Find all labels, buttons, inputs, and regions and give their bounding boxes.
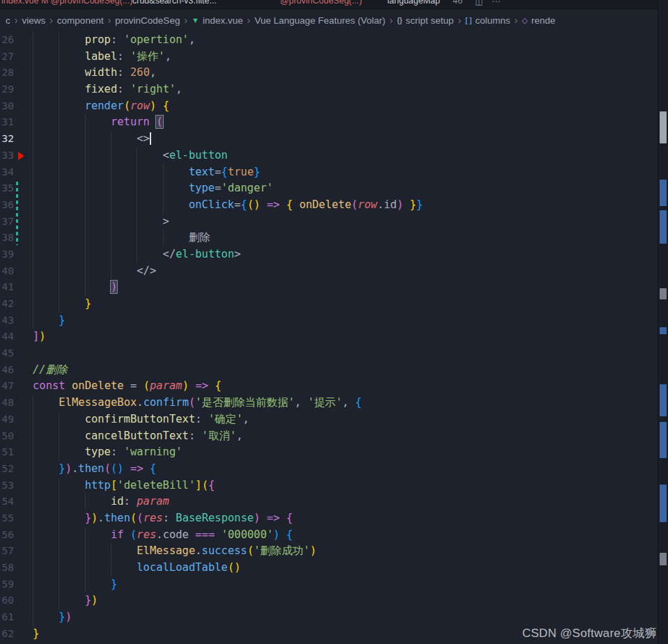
code-line[interactable]: 50cancelButtonText: '取消', — [0, 428, 658, 445]
code-line[interactable]: 37> — [0, 214, 658, 230]
line-number[interactable]: 48 — [0, 395, 14, 411]
line-number[interactable]: 47 — [0, 378, 14, 395]
line-number[interactable]: 52 — [0, 461, 14, 478]
code-line[interactable]: 41) — [0, 279, 658, 296]
code-line[interactable]: 44]) — [0, 329, 658, 345]
line-number[interactable]: 60 — [0, 592, 14, 609]
line-number[interactable]: 27 — [0, 49, 14, 65]
code-line[interactable]: 52}).then(() => { — [0, 461, 658, 478]
line-number[interactable]: 38 — [0, 230, 14, 246]
code-line[interactable]: 38删除 — [0, 230, 658, 246]
code-line[interactable]: 35type='danger' — [0, 180, 658, 197]
breadcrumb-item-c[interactable]: c — [6, 15, 10, 26]
code-line[interactable]: 61}) — [0, 609, 658, 626]
code-line[interactable]: 31return ( — [0, 114, 658, 131]
code-line[interactable]: 59} — [0, 576, 658, 593]
breadcrumb-item-vue-language-features-volar-[interactable]: Vue Language Features (Volar) — [254, 15, 385, 26]
breadcrumb-item-views[interactable]: views — [22, 15, 45, 26]
line-number[interactable]: 62 — [0, 626, 14, 643]
line-number[interactable]: 53 — [0, 478, 14, 494]
line-number[interactable]: 43 — [0, 313, 14, 329]
line-number[interactable]: 33 — [0, 148, 14, 164]
code-token: ) — [117, 462, 123, 475]
tab-label[interactable]: crud&search-v3.filte... — [132, 0, 217, 6]
line-number[interactable]: 35 — [0, 180, 14, 197]
breadcrumb-item-component[interactable]: component — [57, 15, 104, 26]
code-line[interactable]: 49confirmButtonText: '确定', — [0, 411, 658, 428]
line-number[interactable]: 44 — [0, 329, 14, 345]
breadcrumb-item-index-vue[interactable]: ▼index.vue — [192, 15, 243, 26]
gutter-change-indicator[interactable] — [16, 182, 18, 245]
line-number[interactable]: 50 — [0, 428, 14, 445]
line-number[interactable]: 57 — [0, 543, 14, 560]
code-line[interactable]: 56if (res.code === '000000') { — [0, 527, 658, 544]
debug-arrow-icon[interactable] — [18, 152, 24, 160]
line-number[interactable]: 30 — [0, 98, 14, 115]
tab-label[interactable]: 46 — [453, 0, 463, 6]
tab-label[interactable]: ◫ — [475, 0, 483, 6]
code-line[interactable]: 30render(row) { — [0, 98, 658, 115]
code-editor[interactable]: 26prop: 'opertion',27label: '操作',28width… — [0, 32, 658, 644]
code-line[interactable]: 58localLoadTable() — [0, 560, 658, 576]
line-number[interactable]: 37 — [0, 214, 14, 230]
breadcrumb-item-script-setup[interactable]: {}script setup — [397, 15, 453, 26]
line-number[interactable]: 41 — [0, 279, 14, 296]
code-line[interactable]: 33<el-button — [0, 148, 658, 164]
line-number[interactable]: 61 — [0, 609, 14, 626]
code-line[interactable]: 43} — [0, 313, 658, 329]
indent-guide — [59, 98, 84, 115]
breadcrumb-item-columns[interactable]: [ ]columns — [465, 15, 510, 26]
tab-label[interactable]: index.vue M @provinCodeSeg(...) — [1, 0, 132, 6]
code-line[interactable]: 46//删除 — [0, 362, 658, 379]
line-number[interactable]: 55 — [0, 510, 14, 527]
line-number[interactable]: 42 — [0, 296, 14, 313]
tab-label[interactable]: @provinCodeSeg(...) — [280, 0, 362, 6]
indent-guide — [85, 527, 111, 544]
code-line[interactable]: 40</> — [0, 263, 658, 280]
code-line[interactable]: 47const onDelete = (param) => { — [0, 378, 658, 395]
code-line[interactable]: 27label: '操作', — [0, 49, 658, 65]
line-number[interactable]: 34 — [0, 164, 14, 181]
line-number[interactable]: 56 — [0, 527, 14, 544]
code-line[interactable]: 54id: param — [0, 494, 658, 510]
breadcrumb-item-provincodeseg[interactable]: provinCodeSeg — [115, 15, 180, 26]
line-number[interactable]: 32 — [0, 131, 14, 148]
line-number[interactable]: 45 — [0, 345, 14, 362]
indent-guide — [111, 230, 137, 246]
line-number[interactable]: 29 — [0, 81, 14, 98]
code-line[interactable]: 39</el-button> — [0, 246, 658, 263]
tab-label[interactable]: ⋯ — [492, 0, 501, 6]
line-number[interactable]: 31 — [0, 114, 14, 131]
indent-guide — [59, 543, 84, 560]
code-line[interactable]: 48ElMessageBox.confirm('是否删除当前数据', '提示',… — [0, 395, 658, 411]
breadcrumb-item-rende[interactable]: ◇rende — [522, 15, 555, 26]
code-line[interactable]: 42} — [0, 296, 658, 313]
code-line[interactable]: 28width: 260, — [0, 65, 658, 81]
code-line[interactable]: 53http['deleteBill']({ — [0, 478, 658, 494]
code-token: true — [228, 166, 254, 178]
line-number[interactable]: 36 — [0, 197, 14, 214]
code-line[interactable]: 32<> — [0, 131, 658, 148]
line-number[interactable]: 59 — [0, 576, 14, 593]
line-number[interactable]: 54 — [0, 494, 14, 510]
code-line[interactable]: 36onClick={() => { onDelete(row.id) }} — [0, 197, 658, 214]
line-number[interactable]: 46 — [0, 362, 14, 379]
minimap-scrollbar[interactable] — [658, 0, 668, 644]
line-number[interactable]: 26 — [0, 32, 14, 49]
code-line[interactable]: 34text={true} — [0, 164, 658, 181]
line-number[interactable]: 40 — [0, 263, 14, 280]
tab-label[interactable]: languageMap — [387, 0, 440, 6]
code-line[interactable]: 29fixed: 'right', — [0, 81, 658, 98]
line-number[interactable]: 58 — [0, 560, 14, 576]
code-line[interactable]: 60}) — [0, 592, 658, 609]
code-line[interactable]: 45 — [0, 345, 658, 362]
code-line[interactable]: 55}).then((res: BaseResponse) => { — [0, 510, 658, 527]
line-number[interactable]: 28 — [0, 65, 14, 81]
code-token: ) — [254, 512, 260, 524]
code-line[interactable]: 51type: 'warning' — [0, 444, 658, 461]
code-line[interactable]: 57ElMessage.success('删除成功') — [0, 543, 658, 560]
code-line[interactable]: 26prop: 'opertion', — [0, 32, 658, 49]
line-number[interactable]: 39 — [0, 246, 14, 263]
line-number[interactable]: 51 — [0, 444, 14, 461]
line-number[interactable]: 49 — [0, 411, 14, 428]
